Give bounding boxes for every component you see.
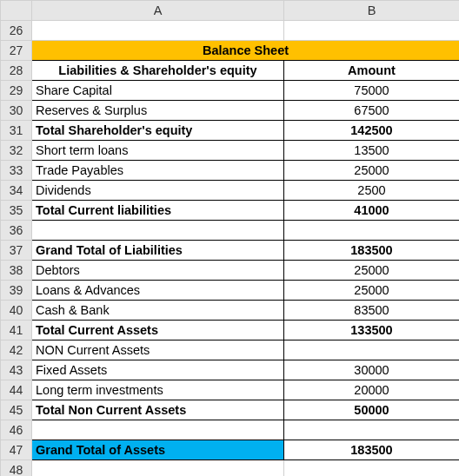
header-amount-col[interactable]: Amount bbox=[284, 61, 460, 81]
column-header-a[interactable]: A bbox=[32, 1, 284, 21]
row-42: 42 NON Current Assets bbox=[1, 340, 460, 360]
amount-short-term-loans[interactable]: 13500 bbox=[284, 141, 460, 161]
cell-b48[interactable] bbox=[284, 460, 460, 477]
header-label-col[interactable]: Liabilities & Shareholder's equity bbox=[32, 61, 284, 81]
row-header[interactable]: 42 bbox=[1, 340, 32, 360]
label-fixed-assets[interactable]: Fixed Assets bbox=[32, 360, 284, 380]
row-40: 40 Cash & Bank 83500 bbox=[1, 301, 460, 321]
label-grand-total-assets[interactable]: Grand Total of Assets bbox=[32, 440, 284, 460]
row-28-header: 28 Liabilities & Shareholder's equity Am… bbox=[1, 61, 460, 81]
label-non-current-assets[interactable]: NON Current Assets bbox=[32, 340, 284, 360]
balance-sheet-title[interactable]: Balance Sheet bbox=[32, 41, 460, 61]
row-header[interactable]: 36 bbox=[1, 221, 32, 241]
row-header[interactable]: 37 bbox=[1, 241, 32, 261]
label-trade-payables[interactable]: Trade Payables bbox=[32, 161, 284, 181]
row-44: 44 Long term investments 20000 bbox=[1, 380, 460, 400]
column-header-b[interactable]: B bbox=[284, 1, 460, 21]
amount-dividends[interactable]: 2500 bbox=[284, 181, 460, 201]
row-header[interactable]: 41 bbox=[1, 321, 32, 340]
amount-grand-total-liab[interactable]: 183500 bbox=[284, 241, 460, 261]
label-short-term-loans[interactable]: Short term loans bbox=[32, 141, 284, 161]
row-38: 38 Debtors 25000 bbox=[1, 261, 460, 281]
row-48: 48 bbox=[1, 460, 460, 477]
row-header[interactable]: 32 bbox=[1, 141, 32, 161]
label-total-equity[interactable]: Total Shareholder's equity bbox=[32, 121, 284, 141]
row-27-title: 27 Balance Sheet bbox=[1, 41, 460, 61]
cell-a48[interactable] bbox=[32, 460, 284, 477]
label-total-current-liab[interactable]: Total Current liabilities bbox=[32, 201, 284, 221]
row-header[interactable]: 33 bbox=[1, 161, 32, 181]
label-long-term-inv[interactable]: Long term investments bbox=[32, 380, 284, 400]
row-41: 41 Total Current Assets 133500 bbox=[1, 321, 460, 340]
amount-total-non-current[interactable]: 50000 bbox=[284, 400, 460, 420]
row-46: 46 bbox=[1, 420, 460, 440]
row-header[interactable]: 28 bbox=[1, 61, 32, 81]
amount-trade-payables[interactable]: 25000 bbox=[284, 161, 460, 181]
row-35: 35 Total Current liabilities 41000 bbox=[1, 201, 460, 221]
row-39: 39 Loans & Advances 25000 bbox=[1, 281, 460, 301]
label-debtors[interactable]: Debtors bbox=[32, 261, 284, 281]
row-26: 26 bbox=[1, 21, 460, 41]
row-36: 36 bbox=[1, 221, 460, 241]
row-header[interactable]: 30 bbox=[1, 101, 32, 121]
row-header[interactable]: 35 bbox=[1, 201, 32, 221]
column-header-row: A B bbox=[1, 1, 460, 21]
select-all-corner[interactable] bbox=[1, 1, 32, 21]
label-share-capital[interactable]: Share Capital bbox=[32, 81, 284, 101]
row-45: 45 Total Non Current Assets 50000 bbox=[1, 400, 460, 420]
row-header[interactable]: 45 bbox=[1, 400, 32, 420]
row-header[interactable]: 48 bbox=[1, 460, 32, 477]
amount-non-current-assets[interactable] bbox=[284, 340, 460, 360]
amount-share-capital[interactable]: 75000 bbox=[284, 81, 460, 101]
label-grand-total-liab[interactable]: Grand Total of Liabilities bbox=[32, 241, 284, 261]
label-cash-bank[interactable]: Cash & Bank bbox=[32, 301, 284, 321]
amount-grand-total-assets[interactable]: 183500 bbox=[284, 440, 460, 460]
amount-cash-bank[interactable]: 83500 bbox=[284, 301, 460, 321]
row-header[interactable]: 38 bbox=[1, 261, 32, 281]
row-header[interactable]: 43 bbox=[1, 360, 32, 380]
amount-debtors[interactable]: 25000 bbox=[284, 261, 460, 281]
row-header[interactable]: 26 bbox=[1, 21, 32, 41]
row-37: 37 Grand Total of Liabilities 183500 bbox=[1, 241, 460, 261]
label-dividends[interactable]: Dividends bbox=[32, 181, 284, 201]
spreadsheet[interactable]: A B 26 27 Balance Sheet 28 Liabilities &… bbox=[0, 0, 459, 476]
label-total-non-current[interactable]: Total Non Current Assets bbox=[32, 400, 284, 420]
label-total-current-assets[interactable]: Total Current Assets bbox=[32, 321, 284, 340]
row-header[interactable]: 39 bbox=[1, 281, 32, 301]
amount-loans-advances[interactable]: 25000 bbox=[284, 281, 460, 301]
amount-long-term-inv[interactable]: 20000 bbox=[284, 380, 460, 400]
row-header[interactable]: 29 bbox=[1, 81, 32, 101]
row-header[interactable]: 46 bbox=[1, 420, 32, 440]
row-32: 32 Short term loans 13500 bbox=[1, 141, 460, 161]
cell-a36[interactable] bbox=[32, 221, 284, 241]
label-loans-advances[interactable]: Loans & Advances bbox=[32, 281, 284, 301]
cell-b36[interactable] bbox=[284, 221, 460, 241]
row-34: 34 Dividends 2500 bbox=[1, 181, 460, 201]
row-header[interactable]: 40 bbox=[1, 301, 32, 321]
amount-total-current-liab[interactable]: 41000 bbox=[284, 201, 460, 221]
row-33: 33 Trade Payables 25000 bbox=[1, 161, 460, 181]
amount-reserves[interactable]: 67500 bbox=[284, 101, 460, 121]
cell-a26[interactable] bbox=[32, 21, 284, 41]
amount-total-equity[interactable]: 142500 bbox=[284, 121, 460, 141]
row-31: 31 Total Shareholder's equity 142500 bbox=[1, 121, 460, 141]
row-header[interactable]: 31 bbox=[1, 121, 32, 141]
row-43: 43 Fixed Assets 30000 bbox=[1, 360, 460, 380]
row-header[interactable]: 44 bbox=[1, 380, 32, 400]
label-reserves[interactable]: Reserves & Surplus bbox=[32, 101, 284, 121]
row-47: 47 Grand Total of Assets 183500 bbox=[1, 440, 460, 460]
amount-fixed-assets[interactable]: 30000 bbox=[284, 360, 460, 380]
amount-total-current-assets[interactable]: 133500 bbox=[284, 321, 460, 340]
row-header[interactable]: 47 bbox=[1, 440, 32, 460]
cell-b26[interactable] bbox=[284, 21, 460, 41]
row-header[interactable]: 34 bbox=[1, 181, 32, 201]
row-29: 29 Share Capital 75000 bbox=[1, 81, 460, 101]
cell-b46[interactable] bbox=[284, 420, 460, 440]
row-30: 30 Reserves & Surplus 67500 bbox=[1, 101, 460, 121]
cell-a46[interactable] bbox=[32, 420, 284, 440]
row-header[interactable]: 27 bbox=[1, 41, 32, 61]
